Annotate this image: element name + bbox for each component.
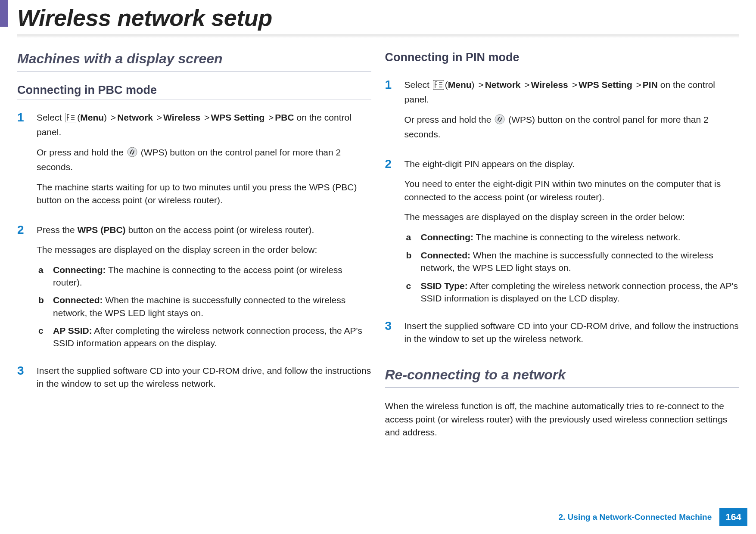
pbc-step-1: 1 Select (Menu) >Network >Wireless >WPS … bbox=[17, 111, 371, 214]
section-heading-display-screen: Machines with a display screen bbox=[17, 51, 371, 71]
text: Or press and hold the bbox=[37, 147, 126, 157]
svg-point-4 bbox=[128, 147, 137, 157]
pin-step2-msgintro: The messages are displayed on the displa… bbox=[404, 211, 739, 224]
substep-label: Connected: bbox=[421, 250, 471, 260]
pin-substep-b: b Connected: When the machine is success… bbox=[404, 249, 739, 274]
pin-substep-a: a Connecting: The machine is connecting … bbox=[404, 231, 739, 244]
substep-letter: a bbox=[38, 264, 53, 289]
text: Or press and hold the bbox=[404, 115, 494, 124]
svg-rect-5 bbox=[433, 80, 444, 90]
breadcrumb-wps-setting: WPS Setting bbox=[579, 80, 632, 90]
step-number: 3 bbox=[17, 364, 37, 397]
substep-body: Connecting: The machine is connecting to… bbox=[421, 231, 739, 244]
pin-substep-c: c SSID Type: After completing the wirele… bbox=[404, 279, 739, 305]
step-body: Select (Menu) >Network >Wireless >WPS Se… bbox=[404, 78, 739, 148]
substep-letter: b bbox=[406, 249, 421, 274]
breadcrumb-pbc: PBC bbox=[275, 112, 294, 122]
pin-step-1: 1 Select (Menu) >Network >Wireless >WPS … bbox=[385, 78, 739, 148]
substep-label: AP SSID: bbox=[53, 326, 92, 335]
substep-body: Connected: When the machine is successfu… bbox=[53, 294, 371, 319]
pin-step1-select: Select (Menu) >Network >Wireless >WPS Se… bbox=[404, 78, 739, 106]
wps-pbc-label: WPS (PBC) bbox=[78, 225, 126, 235]
accent-bar bbox=[0, 0, 8, 27]
substep-letter: a bbox=[406, 231, 421, 244]
pbc-substep-b: b Connected: When the machine is success… bbox=[37, 294, 371, 319]
pbc-step1-press: Or press and hold the (WPS) button on th… bbox=[37, 146, 371, 174]
substep-label: Connecting: bbox=[53, 265, 106, 275]
svg-point-9 bbox=[495, 115, 504, 124]
menu-icon bbox=[65, 113, 76, 126]
substep-text: After completing the wireless network co… bbox=[53, 326, 362, 348]
pbc-substep-a: a Connecting: The machine is connecting … bbox=[37, 264, 371, 289]
substep-body: AP SSID: After completing the wireless n… bbox=[53, 324, 371, 350]
text: Select bbox=[37, 112, 64, 122]
wps-icon bbox=[127, 147, 137, 161]
subsection-heading-pbc: Connecting in PBC mode bbox=[17, 84, 371, 100]
left-column: Machines with a display screen Connectin… bbox=[17, 51, 371, 439]
footer-chapter: 2. Using a Network-Connected Machine bbox=[551, 508, 719, 526]
substep-letter: b bbox=[38, 294, 53, 319]
pin-step2-pinline: The eight-digit PIN appears on the displ… bbox=[404, 158, 739, 171]
substep-label: Connected: bbox=[53, 295, 103, 305]
pbc-substep-c: c AP SSID: After completing the wireless… bbox=[37, 324, 371, 350]
reconnect-text: When the wireless function is off, the m… bbox=[385, 400, 739, 439]
breadcrumb-wps-setting: WPS Setting bbox=[211, 112, 264, 122]
menu-label: Menu bbox=[448, 80, 472, 90]
wps-icon bbox=[495, 114, 505, 128]
step-number: 2 bbox=[385, 158, 404, 310]
step-number: 2 bbox=[17, 224, 37, 355]
breadcrumb-pin: PIN bbox=[643, 80, 658, 90]
pbc-step1-wait: The machine starts waiting for up to two… bbox=[37, 181, 371, 207]
title-underline bbox=[17, 34, 739, 38]
pbc-step3-text: Insert the supplied software CD into you… bbox=[37, 364, 371, 391]
step-number: 3 bbox=[385, 320, 404, 353]
step-number: 1 bbox=[17, 111, 37, 214]
breadcrumb-wireless: Wireless bbox=[531, 80, 568, 90]
pbc-step-3: 3 Insert the supplied software CD into y… bbox=[17, 364, 371, 397]
substep-body: Connected: When the machine is successfu… bbox=[421, 249, 739, 274]
page-title: Wireless network setup bbox=[17, 4, 739, 31]
step-body: Insert the supplied software CD into you… bbox=[37, 364, 371, 397]
breadcrumb-network: Network bbox=[117, 112, 153, 122]
pbc-step1-select: Select (Menu) >Network >Wireless >WPS Se… bbox=[37, 111, 371, 139]
menu-icon bbox=[433, 80, 444, 93]
svg-rect-0 bbox=[65, 113, 76, 122]
step-body: Press the WPS (PBC) button on the access… bbox=[37, 224, 371, 355]
pin-step3-text: Insert the supplied software CD into you… bbox=[404, 320, 739, 346]
substep-label: Connecting: bbox=[421, 232, 473, 242]
substep-body: SSID Type: After completing the wireless… bbox=[421, 279, 739, 305]
breadcrumb-network: Network bbox=[485, 80, 521, 90]
breadcrumb-wireless: Wireless bbox=[163, 112, 200, 122]
step-number: 1 bbox=[385, 78, 404, 148]
right-column: Connecting in PIN mode 1 Select (Menu) >… bbox=[385, 51, 739, 439]
menu-label: Menu bbox=[80, 112, 104, 122]
step-body: Select (Menu) >Network >Wireless >WPS Se… bbox=[37, 111, 371, 214]
pbc-step-2: 2 Press the WPS (PBC) button on the acce… bbox=[17, 224, 371, 355]
pbc-step2-press: Press the WPS (PBC) button on the access… bbox=[37, 224, 371, 236]
text: Select bbox=[404, 80, 432, 90]
pbc-step2-msgintro: The messages are displayed on the displa… bbox=[37, 243, 371, 256]
footer-page-number: 164 bbox=[719, 508, 747, 526]
page-header: Wireless network setup bbox=[0, 0, 756, 38]
section-heading-reconnect: Re-connecting to a network bbox=[385, 367, 739, 388]
step-body: Insert the supplied software CD into you… bbox=[404, 320, 739, 353]
subsection-heading-pin: Connecting in PIN mode bbox=[385, 51, 739, 67]
substep-text: After completing the wireless network co… bbox=[421, 281, 738, 303]
pin-step-2: 2 The eight-digit PIN appears on the dis… bbox=[385, 158, 739, 310]
text: button on the access point (or wireless … bbox=[126, 225, 314, 235]
substep-text: The machine is connecting to the wireles… bbox=[473, 232, 681, 242]
pin-step-3: 3 Insert the supplied software CD into y… bbox=[385, 320, 739, 353]
substep-label: SSID Type: bbox=[421, 281, 468, 291]
substep-letter: c bbox=[38, 324, 53, 350]
substep-body: Connecting: The machine is connecting to… bbox=[53, 264, 371, 289]
page-footer: 2. Using a Network-Connected Machine 164 bbox=[551, 508, 747, 526]
step-body: The eight-digit PIN appears on the displ… bbox=[404, 158, 739, 310]
content-columns: Machines with a display screen Connectin… bbox=[0, 38, 756, 439]
substep-letter: c bbox=[406, 279, 421, 305]
pin-step1-press: Or press and hold the (WPS) button on th… bbox=[404, 113, 739, 141]
text: Press the bbox=[37, 225, 78, 235]
pin-step2-enter: You need to enter the eight-digit PIN wi… bbox=[404, 177, 739, 204]
